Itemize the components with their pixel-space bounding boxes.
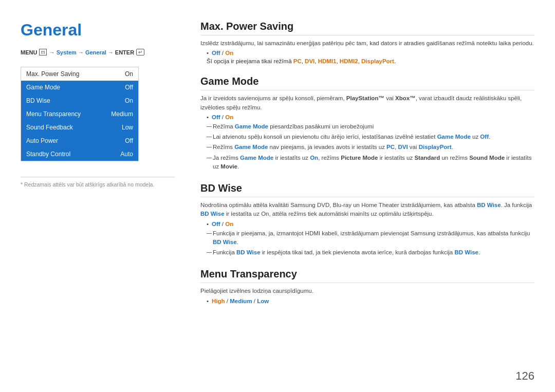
content-heading: Game Mode — [200, 76, 534, 90]
content-body: Izslēdz izstrādājumu, lai samazinātu ene… — [200, 39, 534, 48]
menu-item-value: Auto — [120, 151, 133, 158]
section-note: Šī opcija ir pieejama tikai režīmā PC, D… — [207, 58, 534, 64]
content-body: Pielāgojiet izvēlnes lodziņa caurspīdīgu… — [200, 287, 534, 295]
menu-item-name: Game Mode — [26, 84, 60, 91]
footnote: Redzamais attēls var būt atšķirīgs atkar… — [21, 177, 175, 188]
menu-item-name: Sound Feedback — [26, 124, 73, 131]
dash-list: Režīma Game Mode piesardzības pasākumi u… — [207, 122, 534, 171]
bullet-list: Off / On — [207, 221, 534, 227]
dash-item: Režīms Game Mode nav pieejams, ja ievade… — [207, 143, 534, 152]
arrow1: → — [49, 49, 55, 55]
menu-item-value: On — [125, 97, 133, 104]
bullet-item: Off / On — [207, 114, 534, 120]
dash-item: Funkcija BD Wise ir iespējota tikai tad,… — [207, 248, 534, 257]
menu-item[interactable]: Standby ControlAuto — [21, 147, 138, 161]
menu-item-value: On — [125, 70, 133, 78]
menu-item[interactable]: Sound FeedbackLow — [21, 121, 138, 134]
dash-list: Funkcija ir pieejama, ja, izmantojot HDM… — [207, 229, 534, 257]
content-heading: BD Wise — [200, 182, 534, 197]
content-section-max-power-saving: Max. Power SavingIzslēdz izstrādājumu, l… — [200, 21, 534, 64]
menu-label: MENU — [21, 49, 37, 55]
menu-item-value: Medium — [111, 110, 133, 118]
menu-item[interactable]: Auto PowerOff — [21, 134, 138, 147]
bullet-item: High / Medium / Low — [207, 298, 534, 304]
dash-item: Režīma Game Mode piesardzības pasākumi u… — [207, 122, 534, 131]
content-section-game-mode: Game ModeJa ir izveidots savienojums ar … — [200, 76, 534, 171]
menu-item-name: Auto Power — [26, 137, 58, 144]
menu-item-value: Off — [125, 137, 133, 144]
bullet-item: Off / On — [207, 50, 534, 56]
menu-item[interactable]: Menu TransparencyMedium — [21, 107, 138, 121]
menu-item-name: BD Wise — [26, 97, 50, 104]
page-number: 126 — [515, 369, 534, 383]
bullet-list: High / Medium / Low — [207, 298, 534, 304]
menu-m-icon: m — [39, 49, 46, 55]
menu-item-name: Max. Power Saving — [26, 70, 79, 78]
arrow2: → — [78, 49, 84, 55]
menu-path: MENU m → System → General → ENTER ↵ — [21, 49, 175, 55]
menu-item-value: Off — [125, 84, 133, 91]
menu-item-name: Menu Transparency — [26, 110, 81, 118]
general-label: General — [85, 49, 106, 55]
right-panel: Max. Power SavingIzslēdz izstrādājumu, l… — [185, 21, 534, 377]
enter-icon: ↵ — [136, 49, 144, 55]
bullet-item: Off / On — [207, 221, 534, 227]
content-body: Ja ir izveidots savienojums ar spēļu kon… — [200, 94, 534, 112]
enter-label: ENTER — [115, 49, 134, 55]
bullet-list: Off / On — [207, 50, 534, 56]
system-label: System — [57, 49, 77, 55]
bullet-list: Off / On — [207, 114, 534, 120]
content-heading: Max. Power Saving — [200, 21, 534, 35]
dash-item: Ja režīms Game Mode ir iestatīts uz On, … — [207, 154, 534, 172]
menu-item[interactable]: BD WiseOn — [21, 94, 138, 107]
menu-item[interactable]: Max. Power SavingOn — [21, 67, 138, 81]
content-heading: Menu Transparency — [200, 268, 534, 283]
arrow3: → — [108, 49, 114, 55]
dash-item: Lai atvienotu spēļu konsoli un pievienot… — [207, 133, 534, 141]
section-title: General — [21, 21, 175, 40]
menu-item-value: Low — [122, 124, 133, 131]
menu-box: Max. Power SavingOnGame ModeOffBD WiseOn… — [21, 67, 139, 161]
content-section-menu-transparency: Menu TransparencyPielāgojiet izvēlnes lo… — [200, 268, 534, 304]
menu-item[interactable]: Game ModeOff — [21, 81, 138, 94]
content-body: Nodrošina optimālu attēla kvalitāti Sams… — [200, 201, 534, 219]
menu-item-name: Standby Control — [26, 151, 70, 158]
dash-item: Funkcija ir pieejama, ja, izmantojot HDM… — [207, 229, 534, 247]
content-section-bd-wise: BD WiseNodrošina optimālu attēla kvalitā… — [200, 182, 534, 257]
left-panel: General MENU m → System → General → ENTE… — [21, 21, 185, 377]
